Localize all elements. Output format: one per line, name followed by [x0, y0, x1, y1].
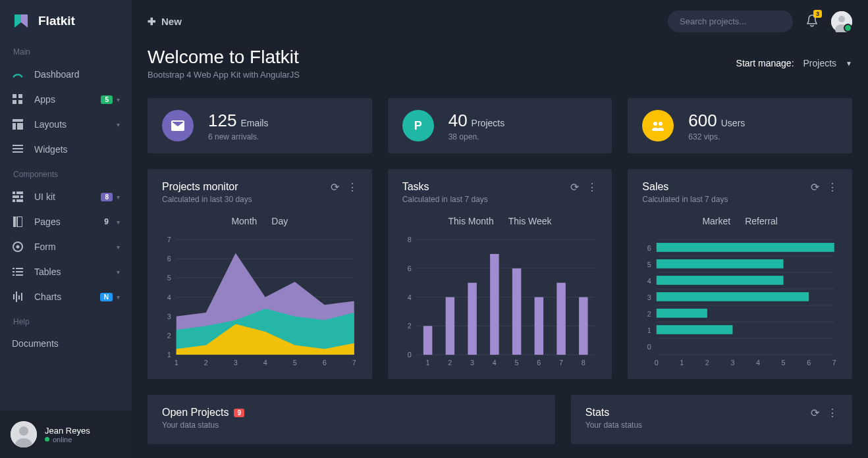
- svg-rect-12: [13, 195, 19, 198]
- svg-text:6: 6: [323, 359, 327, 367]
- stat-sub: 38 open.: [448, 132, 505, 141]
- svg-point-39: [657, 128, 664, 131]
- manage-select[interactable]: Projects ▼: [803, 58, 852, 68]
- svg-rect-106: [657, 259, 784, 268]
- svg-rect-9: [13, 151, 23, 153]
- nav-item-dashboard[interactable]: Dashboard: [0, 62, 132, 87]
- refresh-icon[interactable]: ⟳: [570, 181, 579, 193]
- svg-rect-79: [512, 268, 521, 355]
- tab-month[interactable]: Month: [231, 216, 257, 226]
- svg-rect-3: [18, 100, 22, 104]
- svg-rect-15: [16, 199, 23, 202]
- svg-point-36: [653, 122, 657, 126]
- profile-avatar[interactable]: [831, 11, 852, 32]
- more-icon[interactable]: ⋮: [587, 181, 597, 193]
- nav-item-uikit[interactable]: UI kit 8 ▾: [0, 184, 132, 209]
- stat-value: 125: [208, 111, 236, 131]
- tab-referral[interactable]: Referral: [745, 216, 778, 226]
- chevron-down-icon: ▾: [117, 268, 120, 276]
- dashboard-icon: [12, 68, 24, 80]
- svg-text:2: 2: [204, 359, 208, 367]
- more-icon[interactable]: ⋮: [827, 181, 838, 193]
- nav-item-apps[interactable]: Apps 5 ▾: [0, 87, 132, 112]
- chart-projects-monitor: 12345671234567: [162, 236, 358, 367]
- svg-text:6: 6: [167, 255, 171, 263]
- tab-this-month[interactable]: This Month: [448, 216, 493, 226]
- svg-rect-26: [13, 294, 14, 299]
- form-icon: [12, 241, 24, 253]
- svg-text:5: 5: [293, 359, 297, 367]
- svg-rect-13: [20, 195, 23, 198]
- brand-logo-icon: [13, 13, 29, 29]
- more-icon[interactable]: ⋮: [347, 181, 358, 193]
- manage-label: Start manage:: [736, 58, 794, 68]
- brand[interactable]: Flatkit: [0, 0, 132, 39]
- nav-item-pages[interactable]: Pages 9 ▾: [0, 209, 132, 234]
- page-title: Welcome to Flatkit: [148, 47, 300, 68]
- search-input[interactable]: [668, 11, 793, 32]
- stat-card-emails[interactable]: 125Emails 6 new arrivals.: [148, 98, 372, 153]
- nav-item-documents[interactable]: Documents: [0, 332, 132, 355]
- nav-label: Layouts: [34, 119, 117, 130]
- panel-title: Stats: [585, 407, 642, 419]
- new-button[interactable]: ✚ New: [148, 16, 182, 28]
- users-icon: [642, 110, 674, 141]
- more-icon[interactable]: ⋮: [827, 407, 838, 419]
- stat-card-projects[interactable]: P 40Projects 38 open.: [388, 98, 612, 153]
- svg-rect-27: [16, 292, 17, 302]
- chevron-down-icon: ▾: [117, 121, 120, 128]
- svg-text:2: 2: [448, 359, 452, 367]
- page-header: Welcome to Flatkit Bootstrap 4 Web App K…: [148, 43, 852, 98]
- svg-rect-81: [534, 297, 543, 355]
- svg-text:1: 1: [175, 359, 178, 367]
- svg-rect-11: [16, 191, 23, 194]
- tab-this-week[interactable]: This Week: [508, 216, 552, 226]
- nav-label: Dashboard: [34, 69, 120, 80]
- svg-text:5: 5: [514, 359, 518, 367]
- svg-rect-10: [13, 191, 15, 194]
- tab-market[interactable]: Market: [702, 216, 730, 226]
- svg-rect-2: [13, 100, 16, 104]
- user-status: online: [45, 436, 90, 444]
- svg-text:2: 2: [167, 332, 171, 340]
- svg-rect-29: [21, 293, 22, 301]
- uikit-icon: [12, 191, 24, 203]
- svg-text:6: 6: [537, 359, 541, 367]
- sidebar-user[interactable]: Jean Reyes online: [0, 411, 132, 458]
- status-dot-icon: [45, 437, 49, 442]
- svg-rect-8: [13, 148, 23, 149]
- nav-item-charts[interactable]: Charts N ▾: [0, 284, 132, 309]
- svg-rect-22: [13, 271, 14, 272]
- refresh-icon[interactable]: ⟳: [331, 181, 339, 193]
- stat-card-users[interactable]: 600Users 632 vips.: [628, 98, 852, 153]
- nav-label: Form: [34, 242, 117, 252]
- svg-rect-4: [13, 119, 23, 122]
- svg-rect-7: [13, 145, 23, 146]
- svg-rect-103: [657, 309, 707, 318]
- svg-text:3: 3: [234, 359, 238, 367]
- svg-rect-75: [468, 283, 476, 355]
- nav-label: Tables: [34, 267, 117, 277]
- svg-point-19: [16, 245, 20, 249]
- pages-icon: [12, 216, 24, 228]
- nav-badge: N: [100, 293, 113, 301]
- notifications-button[interactable]: 3: [806, 14, 818, 30]
- nav-section-main: Main: [0, 39, 132, 62]
- refresh-icon[interactable]: ⟳: [811, 407, 819, 419]
- svg-rect-85: [579, 297, 587, 355]
- stat-label: Emails: [240, 118, 268, 128]
- refresh-icon[interactable]: ⟳: [811, 181, 819, 193]
- tab-day[interactable]: Day: [271, 216, 288, 226]
- svg-rect-21: [16, 268, 23, 269]
- stat-value: 40: [448, 111, 468, 131]
- svg-text:4: 4: [493, 359, 497, 367]
- apps-icon: [12, 93, 24, 105]
- nav-item-form[interactable]: Form ▾: [0, 234, 132, 259]
- nav-item-layouts[interactable]: Layouts ▾: [0, 112, 132, 137]
- chevron-down-icon: ▾: [117, 218, 120, 226]
- nav-item-widgets[interactable]: Widgets: [0, 137, 132, 162]
- nav-count: 9: [100, 216, 113, 227]
- nav-item-tables[interactable]: Tables ▾: [0, 259, 132, 284]
- svg-text:5: 5: [167, 274, 171, 282]
- chart-tasks: 0246812345678: [402, 236, 598, 367]
